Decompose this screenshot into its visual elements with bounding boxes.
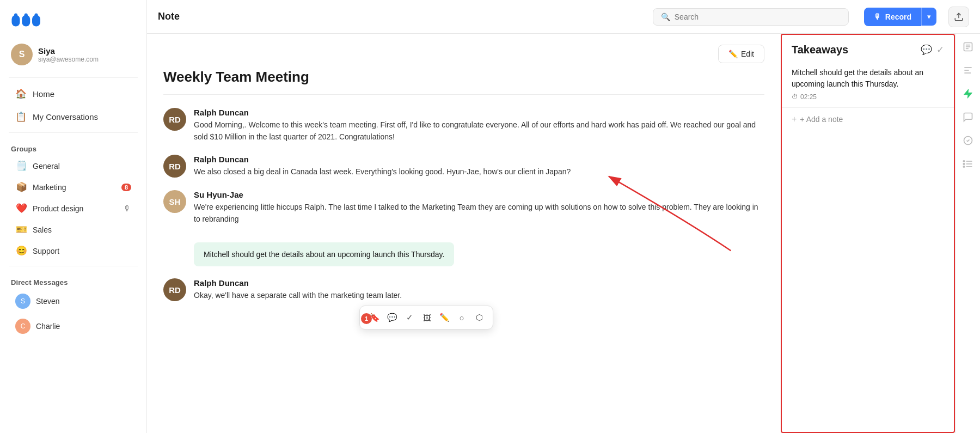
- msg-name-3: Su Hyun-Jae: [194, 190, 764, 199]
- message-block-3: SH Su Hyun-Jae We're experiencing little…: [163, 190, 764, 225]
- toolbar-circle-btn[interactable]: ○: [454, 309, 470, 326]
- msg-content-4: Ralph Duncan Okay, we'll have a separate…: [194, 278, 764, 302]
- record-button[interactable]: 🎙 Record: [864, 8, 921, 26]
- su-avatar: SH: [163, 190, 186, 213]
- message-block-2: RD Ralph Duncan We also closed a big dea…: [163, 155, 764, 178]
- svg-point-3: [14, 14, 17, 17]
- right-icon-lightning[interactable]: [963, 88, 973, 102]
- msg-text-4: Okay, we'll have a separate call with th…: [194, 290, 764, 302]
- group-general-label: General: [33, 162, 60, 170]
- svg-point-21: [963, 163, 965, 165]
- right-icon-checkmark[interactable]: [963, 135, 973, 149]
- svg-rect-0: [12, 15, 20, 27]
- dm-item-steven[interactable]: S Steven: [4, 289, 142, 313]
- dm-item-charlie[interactable]: C Charlie: [4, 314, 142, 338]
- group-item-marketing[interactable]: 📦 Marketing 8: [4, 177, 142, 197]
- user-info: Siya siya@awesome.com: [38, 46, 99, 63]
- group-item-general[interactable]: 🗒️ General: [4, 156, 142, 176]
- svg-point-20: [963, 161, 965, 162]
- msg-text-3: We're experiencing little hiccups Ralph.…: [194, 202, 764, 225]
- home-icon: 🏠: [15, 88, 26, 99]
- mic-record-icon: 🎙: [874, 13, 881, 21]
- svg-point-5: [35, 14, 38, 17]
- page-title: Note: [158, 11, 180, 22]
- nav-home-label: Home: [33, 89, 54, 99]
- group-item-sales[interactable]: 🎫 Sales: [4, 219, 142, 240]
- toolbar-check-btn[interactable]: ✓: [401, 309, 418, 326]
- groups-section-label: Groups: [0, 137, 146, 155]
- clock-icon: ⏱: [792, 93, 798, 101]
- takeaway-item-1: Mitchell should get the details about an…: [782, 62, 954, 108]
- edit-pencil-icon: ✏️: [728, 50, 738, 58]
- right-icon-chat[interactable]: [963, 112, 973, 125]
- group-marketing-label: Marketing: [33, 183, 66, 192]
- msg-content-1: Ralph Duncan Good Morning,. Welcome to t…: [194, 108, 764, 143]
- svg-point-22: [963, 166, 965, 168]
- steven-avatar: S: [15, 294, 30, 309]
- group-product-design-label: Product design: [33, 204, 83, 213]
- highlight-block: Mitchell should get the details about an…: [194, 242, 454, 266]
- takeaways-icons: 💬 ✓: [921, 44, 944, 56]
- group-item-support[interactable]: 😊 Support: [4, 241, 142, 261]
- message-block-4: RD Ralph Duncan Okay, we'll have a separ…: [163, 278, 764, 302]
- support-emoji: 😊: [15, 245, 27, 257]
- record-label: Record: [885, 13, 911, 21]
- top-bar: Note 🔍 🎙 Record ▾: [147, 0, 980, 34]
- takeaways-comment-icon[interactable]: 💬: [921, 44, 932, 56]
- takeaway-text-1: Mitchell should get the details about an…: [792, 67, 944, 90]
- divider-1: [9, 77, 138, 78]
- search-bar[interactable]: 🔍: [653, 8, 849, 26]
- sales-emoji: 🎫: [15, 224, 27, 235]
- toolbar-image-btn[interactable]: 🖼: [419, 309, 435, 326]
- meeting-title: Weekly Team Meeting: [163, 69, 764, 95]
- mic-icon: 🎙: [124, 204, 131, 213]
- dm-charlie-label: Charlie: [36, 322, 60, 331]
- record-button-group: 🎙 Record ▾: [864, 8, 936, 26]
- toolbar-comment-btn[interactable]: 💬: [384, 309, 400, 326]
- group-support-label: Support: [33, 247, 59, 255]
- svg-point-4: [24, 14, 28, 17]
- takeaways-check-icon[interactable]: ✓: [936, 44, 944, 56]
- dm-section-label: Direct Messages: [0, 271, 146, 289]
- edit-button[interactable]: ✏️ Edit: [718, 45, 764, 63]
- divider-3: [9, 266, 138, 266]
- right-icon-text[interactable]: [963, 65, 973, 78]
- search-icon: 🔍: [661, 13, 670, 21]
- ralph-avatar-2: RD: [163, 155, 186, 178]
- avatar: S: [11, 44, 33, 65]
- add-note-label: + Add a note: [800, 115, 843, 124]
- msg-name-2: Ralph Duncan: [194, 155, 764, 164]
- takeaway-time-value: 02:25: [800, 93, 817, 101]
- right-icon-document[interactable]: [963, 41, 973, 55]
- takeaways-panel: Takeaways 💬 ✓ Mitchell should get the de…: [781, 34, 955, 433]
- user-name: Siya: [38, 46, 99, 56]
- svg-rect-1: [22, 15, 30, 27]
- toolbar-share-btn[interactable]: ⬡: [471, 309, 487, 326]
- marketing-badge: 8: [121, 184, 131, 191]
- toolbar-popup: 1 🔖 💬 ✓ 🖼 ✏️ ○ ⬡: [359, 306, 493, 330]
- msg-text-2: We also closed a big deal in Canada last…: [194, 166, 764, 178]
- takeaway-time-1: ⏱ 02:25: [792, 93, 944, 101]
- conversations-icon: 📋: [15, 111, 26, 122]
- right-icon-list[interactable]: [963, 158, 973, 172]
- svg-marker-15: [964, 89, 972, 99]
- msg-content-3: Su Hyun-Jae We're experiencing little hi…: [194, 190, 764, 225]
- record-dropdown-button[interactable]: ▾: [921, 8, 936, 26]
- add-note-plus-icon: +: [792, 114, 797, 124]
- app-logo: [11, 10, 60, 32]
- nav-item-home[interactable]: 🏠 Home: [4, 83, 142, 105]
- search-input[interactable]: [675, 13, 841, 21]
- user-profile[interactable]: S Siya siya@awesome.com: [0, 39, 146, 73]
- upload-button[interactable]: [948, 7, 969, 27]
- edit-btn-row: ✏️ Edit: [163, 45, 764, 63]
- svg-rect-2: [32, 15, 40, 27]
- ralph-avatar-4: RD: [163, 278, 186, 301]
- nav-item-my-conversations[interactable]: 📋 My Conversations: [4, 106, 142, 127]
- content-area: ✏️ Edit Weekly Team Meeting RD Ralph Dun…: [147, 34, 980, 433]
- add-note-button[interactable]: + + Add a note: [782, 108, 954, 131]
- dm-steven-label: Steven: [36, 297, 60, 306]
- toolbar-badge: 1: [361, 313, 372, 324]
- upload-icon: [954, 12, 964, 22]
- toolbar-pen-btn[interactable]: ✏️: [436, 309, 452, 326]
- group-item-product-design[interactable]: ❤️ Product design 🎙: [4, 198, 142, 218]
